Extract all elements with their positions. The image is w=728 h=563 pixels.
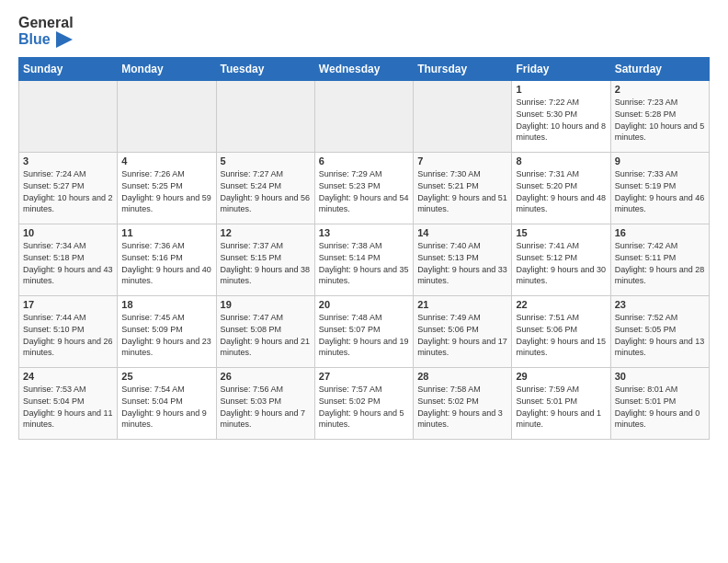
calendar-cell: 24Sunrise: 7:53 AM Sunset: 5:04 PM Dayli… [19,368,118,440]
day-number: 7 [417,155,507,167]
weekday-header-thursday: Thursday [414,58,512,81]
calendar-cell [118,81,216,153]
calendar-page: General Blue SundayMondayTuesdayWednesda… [0,0,728,449]
weekday-header-row: SundayMondayTuesdayWednesdayThursdayFrid… [19,58,710,81]
day-number: 3 [23,155,113,167]
calendar-cell: 26Sunrise: 7:56 AM Sunset: 5:03 PM Dayli… [216,368,314,440]
calendar-cell: 29Sunrise: 7:59 AM Sunset: 5:01 PM Dayli… [512,368,610,440]
week-row-3: 10Sunrise: 7:34 AM Sunset: 5:18 PM Dayli… [19,224,710,296]
calendar-cell: 7Sunrise: 7:30 AM Sunset: 5:21 PM Daylig… [414,153,512,224]
calendar-cell [314,81,413,153]
calendar-cell [414,81,512,153]
calendar-cell: 19Sunrise: 7:47 AM Sunset: 5:08 PM Dayli… [216,296,314,368]
day-info: Sunrise: 7:38 AM Sunset: 5:14 PM Dayligh… [319,240,409,286]
day-info: Sunrise: 7:47 AM Sunset: 5:08 PM Dayligh… [221,312,311,358]
calendar-cell: 4Sunrise: 7:26 AM Sunset: 5:25 PM Daylig… [118,153,216,224]
day-info: Sunrise: 7:31 AM Sunset: 5:20 PM Dayligh… [516,168,606,214]
day-info: Sunrise: 7:24 AM Sunset: 5:27 PM Dayligh… [23,168,113,214]
day-info: Sunrise: 7:53 AM Sunset: 5:04 PM Dayligh… [23,384,113,430]
day-info: Sunrise: 7:48 AM Sunset: 5:07 PM Dayligh… [319,312,409,358]
day-number: 19 [221,299,311,310]
day-info: Sunrise: 7:33 AM Sunset: 5:19 PM Dayligh… [615,168,705,214]
week-row-1: 1Sunrise: 7:22 AM Sunset: 5:30 PM Daylig… [19,81,710,153]
day-number: 22 [516,299,606,310]
calendar-cell: 5Sunrise: 7:27 AM Sunset: 5:24 PM Daylig… [216,153,314,224]
day-info: Sunrise: 7:45 AM Sunset: 5:09 PM Dayligh… [121,312,211,358]
calendar-cell: 8Sunrise: 7:31 AM Sunset: 5:20 PM Daylig… [512,153,610,224]
logo-container: General Blue [18,15,74,48]
day-number: 15 [516,227,606,238]
calendar-cell: 20Sunrise: 7:48 AM Sunset: 5:07 PM Dayli… [314,296,413,368]
day-number: 1 [516,84,606,95]
day-info: Sunrise: 7:40 AM Sunset: 5:13 PM Dayligh… [417,240,507,286]
calendar-cell: 3Sunrise: 7:24 AM Sunset: 5:27 PM Daylig… [19,153,118,224]
day-number: 25 [121,371,211,382]
day-number: 26 [221,371,311,382]
day-number: 11 [121,227,211,238]
day-number: 28 [417,371,507,382]
day-number: 21 [417,299,507,310]
week-row-5: 24Sunrise: 7:53 AM Sunset: 5:04 PM Dayli… [19,368,710,440]
calendar-cell: 10Sunrise: 7:34 AM Sunset: 5:18 PM Dayli… [19,224,118,296]
day-info: Sunrise: 7:54 AM Sunset: 5:04 PM Dayligh… [121,384,211,430]
calendar-cell: 30Sunrise: 8:01 AM Sunset: 5:01 PM Dayli… [610,368,709,440]
calendar-cell: 28Sunrise: 7:58 AM Sunset: 5:02 PM Dayli… [414,368,512,440]
day-number: 17 [23,299,113,310]
svg-marker-0 [56,31,73,48]
day-number: 30 [615,371,705,382]
calendar-cell: 21Sunrise: 7:49 AM Sunset: 5:06 PM Dayli… [414,296,512,368]
day-number: 14 [417,227,507,238]
day-number: 27 [319,371,409,382]
day-info: Sunrise: 7:56 AM Sunset: 5:03 PM Dayligh… [221,384,311,430]
calendar-cell: 2Sunrise: 7:23 AM Sunset: 5:28 PM Daylig… [610,81,709,153]
day-info: Sunrise: 7:29 AM Sunset: 5:23 PM Dayligh… [319,168,409,214]
calendar-cell: 1Sunrise: 7:22 AM Sunset: 5:30 PM Daylig… [512,81,610,153]
day-info: Sunrise: 7:34 AM Sunset: 5:18 PM Dayligh… [23,240,113,286]
day-info: Sunrise: 8:01 AM Sunset: 5:01 PM Dayligh… [615,384,705,430]
day-info: Sunrise: 7:27 AM Sunset: 5:24 PM Dayligh… [221,168,311,214]
day-number: 6 [319,155,409,167]
day-info: Sunrise: 7:41 AM Sunset: 5:12 PM Dayligh… [516,240,606,286]
day-number: 5 [221,155,311,167]
day-info: Sunrise: 7:57 AM Sunset: 5:02 PM Dayligh… [319,384,409,430]
day-info: Sunrise: 7:30 AM Sunset: 5:21 PM Dayligh… [417,168,507,214]
day-number: 24 [23,371,113,382]
day-info: Sunrise: 7:52 AM Sunset: 5:05 PM Dayligh… [615,312,705,358]
day-number: 16 [615,227,705,238]
day-info: Sunrise: 7:59 AM Sunset: 5:01 PM Dayligh… [516,384,606,430]
calendar-cell: 25Sunrise: 7:54 AM Sunset: 5:04 PM Dayli… [118,368,216,440]
day-number: 12 [221,227,311,238]
calendar-cell: 22Sunrise: 7:51 AM Sunset: 5:06 PM Dayli… [512,296,610,368]
calendar-cell: 27Sunrise: 7:57 AM Sunset: 5:02 PM Dayli… [314,368,413,440]
logo-general: General [18,15,74,30]
calendar-cell: 11Sunrise: 7:36 AM Sunset: 5:16 PM Dayli… [118,224,216,296]
week-row-4: 17Sunrise: 7:44 AM Sunset: 5:10 PM Dayli… [19,296,710,368]
calendar-cell: 6Sunrise: 7:29 AM Sunset: 5:23 PM Daylig… [314,153,413,224]
logo-triangle-icon [56,31,73,48]
weekday-header-saturday: Saturday [610,58,709,81]
weekday-header-monday: Monday [118,58,216,81]
calendar-cell: 16Sunrise: 7:42 AM Sunset: 5:11 PM Dayli… [610,224,709,296]
day-info: Sunrise: 7:51 AM Sunset: 5:06 PM Dayligh… [516,312,606,358]
day-info: Sunrise: 7:42 AM Sunset: 5:11 PM Dayligh… [615,240,705,286]
calendar-cell: 15Sunrise: 7:41 AM Sunset: 5:12 PM Dayli… [512,224,610,296]
calendar-cell: 23Sunrise: 7:52 AM Sunset: 5:05 PM Dayli… [610,296,709,368]
day-number: 20 [319,299,409,310]
calendar-cell: 9Sunrise: 7:33 AM Sunset: 5:19 PM Daylig… [610,153,709,224]
weekday-header-tuesday: Tuesday [216,58,314,81]
day-number: 10 [23,227,113,238]
calendar-cell: 18Sunrise: 7:45 AM Sunset: 5:09 PM Dayli… [118,296,216,368]
calendar-cell: 14Sunrise: 7:40 AM Sunset: 5:13 PM Dayli… [414,224,512,296]
day-number: 9 [615,155,705,167]
day-info: Sunrise: 7:58 AM Sunset: 5:02 PM Dayligh… [417,384,507,430]
weekday-header-sunday: Sunday [19,58,118,81]
calendar-cell: 12Sunrise: 7:37 AM Sunset: 5:15 PM Dayli… [216,224,314,296]
calendar-cell [19,81,118,153]
day-number: 13 [319,227,409,238]
header: General Blue [18,15,710,48]
day-info: Sunrise: 7:49 AM Sunset: 5:06 PM Dayligh… [417,312,507,358]
day-info: Sunrise: 7:23 AM Sunset: 5:28 PM Dayligh… [615,97,705,143]
day-number: 4 [121,155,211,167]
day-number: 8 [516,155,606,167]
day-number: 18 [121,299,211,310]
